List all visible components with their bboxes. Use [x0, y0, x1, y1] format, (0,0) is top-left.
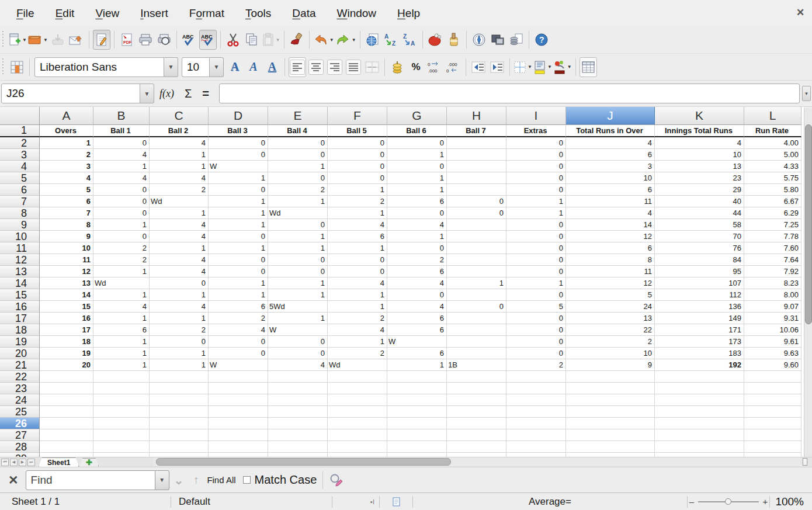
find-close-icon[interactable]: ✕ [8, 473, 19, 487]
cell-H1[interactable]: Ball 7 [447, 125, 506, 137]
cell-G20[interactable]: 6 [387, 348, 447, 359]
cell-D5[interactable]: 1 [209, 172, 268, 184]
cell-K25[interactable] [655, 406, 744, 418]
cell-A22[interactable] [40, 371, 93, 383]
cell-H10[interactable] [447, 231, 506, 242]
cell-D19[interactable]: 0 [209, 336, 268, 348]
cell-L5[interactable]: 5.75 [744, 172, 801, 184]
cell-K24[interactable] [655, 394, 744, 406]
cell-G13[interactable]: 6 [387, 266, 447, 277]
cell-B27[interactable] [93, 429, 150, 441]
cell-H8[interactable]: 0 [447, 207, 506, 219]
cell-L23[interactable] [744, 383, 801, 394]
cell-A12[interactable]: 11 [40, 254, 93, 266]
window-close-icon[interactable]: ✕ [793, 6, 807, 20]
edit-mode-button[interactable] [93, 30, 110, 50]
cell-A15[interactable]: 14 [40, 289, 93, 301]
paste-button[interactable]: ▼ [262, 30, 280, 50]
cell-F13[interactable]: 0 [328, 266, 387, 277]
cell-J17[interactable]: 13 [566, 313, 655, 324]
cell-H16[interactable]: 0 [447, 301, 506, 313]
cell-C10[interactable]: 4 [150, 231, 209, 242]
column-header-H[interactable]: H [447, 107, 506, 125]
cell-B26[interactable] [93, 418, 150, 429]
row-header-17[interactable]: 17 [0, 313, 40, 324]
cell-H5[interactable] [447, 172, 506, 184]
cell-B13[interactable]: 1 [93, 266, 150, 277]
cell-C11[interactable]: 1 [150, 242, 209, 254]
cell-K7[interactable]: 40 [655, 196, 744, 207]
cell-G19[interactable]: W [387, 336, 447, 348]
horizontal-scrollbar[interactable] [153, 457, 801, 466]
cell-K5[interactable]: 23 [655, 172, 744, 184]
cell-J3[interactable]: 6 [566, 149, 655, 161]
cell-D23[interactable] [209, 383, 268, 394]
cell-L10[interactable]: 7.78 [744, 231, 801, 242]
cell-A25[interactable] [40, 406, 93, 418]
cell-C2[interactable]: 4 [150, 137, 209, 149]
cell-F5[interactable]: 0 [328, 172, 387, 184]
cell-L24[interactable] [744, 394, 801, 406]
cell-F23[interactable] [328, 383, 387, 394]
row-header-11[interactable]: 11 [0, 242, 40, 254]
cell-L16[interactable]: 9.07 [744, 301, 801, 313]
cell-G29[interactable] [387, 453, 447, 457]
cell-B16[interactable]: 4 [93, 301, 150, 313]
cell-K3[interactable]: 10 [655, 149, 744, 161]
cell-C25[interactable] [150, 406, 209, 418]
horizontal-scrollbar-thumb[interactable] [156, 458, 451, 466]
align-center-button[interactable] [307, 57, 325, 77]
cut-button[interactable] [224, 30, 242, 50]
cell-E19[interactable]: 0 [268, 336, 328, 348]
cell-A28[interactable] [40, 441, 93, 453]
cell-K16[interactable]: 136 [655, 301, 744, 313]
cell-E28[interactable] [268, 441, 328, 453]
cell-F14[interactable]: 4 [328, 277, 387, 289]
cell-L25[interactable] [744, 406, 801, 418]
cell-J14[interactable]: 12 [566, 277, 655, 289]
cell-D25[interactable] [209, 406, 268, 418]
cell-G22[interactable] [387, 371, 447, 383]
cell-F21[interactable]: Wd [328, 359, 387, 371]
cell-K13[interactable]: 95 [655, 266, 744, 277]
cell-A26[interactable] [40, 418, 93, 429]
cell-J10[interactable]: 12 [566, 231, 655, 242]
cell-I17[interactable]: 0 [506, 313, 566, 324]
cell-G18[interactable]: 6 [387, 324, 447, 336]
cell-H28[interactable] [447, 441, 506, 453]
cell-D17[interactable]: 2 [209, 313, 268, 324]
cell-I11[interactable]: 0 [506, 242, 566, 254]
cell-F20[interactable]: 2 [328, 348, 387, 359]
cell-C29[interactable] [150, 453, 209, 457]
spelling-button[interactable]: ABC [181, 30, 198, 50]
cell-B3[interactable]: 4 [93, 149, 150, 161]
cell-D7[interactable]: 1 [209, 196, 268, 207]
cell-J2[interactable]: 4 [566, 137, 655, 149]
cell-D21[interactable]: W [209, 359, 268, 371]
cell-F10[interactable]: 6 [328, 231, 387, 242]
cell-I14[interactable]: 1 [506, 277, 566, 289]
cell-B20[interactable]: 1 [93, 348, 150, 359]
save-button[interactable] [49, 30, 67, 50]
undo-button[interactable]: ▼ [313, 30, 334, 50]
cell-G12[interactable]: 2 [387, 254, 447, 266]
cell-F16[interactable]: 1 [328, 301, 387, 313]
align-left-button[interactable] [289, 57, 306, 77]
cell-L7[interactable]: 6.67 [744, 196, 801, 207]
cell-K18[interactable]: 171 [655, 324, 744, 336]
cell-L9[interactable]: 7.25 [744, 219, 801, 231]
cell-E18[interactable]: W [268, 324, 328, 336]
cell-D9[interactable]: 1 [209, 219, 268, 231]
cell-L8[interactable]: 6.29 [744, 207, 801, 219]
cell-L18[interactable]: 10.06 [744, 324, 801, 336]
cell-F15[interactable]: 1 [328, 289, 387, 301]
cell-K9[interactable]: 58 [655, 219, 744, 231]
cell-C13[interactable]: 4 [150, 266, 209, 277]
cell-B28[interactable] [93, 441, 150, 453]
cell-B4[interactable]: 1 [93, 161, 150, 172]
select-all-corner[interactable] [0, 107, 40, 125]
cell-L22[interactable] [744, 371, 801, 383]
cell-L20[interactable]: 9.63 [744, 348, 801, 359]
cell-J20[interactable]: 10 [566, 348, 655, 359]
cell-E5[interactable]: 0 [268, 172, 328, 184]
